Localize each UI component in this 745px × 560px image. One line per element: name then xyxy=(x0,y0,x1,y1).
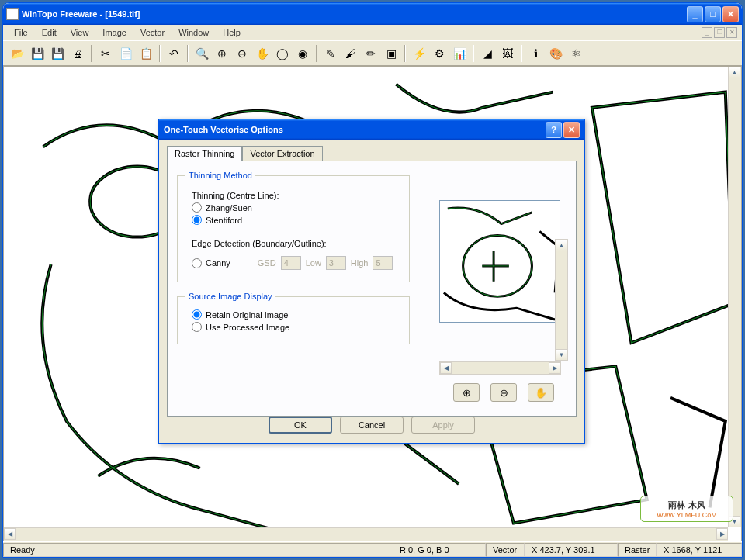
radio-retain-original[interactable]: Retain Original Image xyxy=(192,309,401,320)
source-image-group: Source Image Display Retain Original Ima… xyxy=(177,292,410,344)
status-raster-coords: X 1668, Y 1121 xyxy=(657,543,742,557)
dialog-close-button[interactable]: ✕ xyxy=(563,122,580,138)
dialog-titlebar[interactable]: One-Touch Vectorise Options ? ✕ xyxy=(159,119,584,140)
edit-icon[interactable]: ✏ xyxy=(362,44,380,63)
menu-help[interactable]: Help xyxy=(217,26,247,39)
process-icon[interactable]: ⚙ xyxy=(430,44,449,63)
pencil-icon[interactable]: ✎ xyxy=(321,44,340,63)
scroll-up-button[interactable]: ▲ xyxy=(729,67,740,78)
layer-icon[interactable]: ◢ xyxy=(478,44,497,63)
open-icon[interactable]: 📂 xyxy=(8,44,26,63)
close-button[interactable]: ✕ xyxy=(722,6,739,22)
paste-icon[interactable]: 📋 xyxy=(137,44,155,63)
zhang-label: Zhang/Suen xyxy=(206,203,252,213)
centre-line-label: Thinning (Centre Line): xyxy=(192,191,401,200)
preview-scroll-right[interactable]: ▶ xyxy=(549,362,560,374)
horizontal-scrollbar[interactable]: ◀ ▶ xyxy=(4,527,728,541)
menu-image[interactable]: Image xyxy=(96,26,133,39)
tab-bar: Raster Thinning Vector Extraction xyxy=(167,146,577,161)
target-icon[interactable]: ◉ xyxy=(293,44,312,63)
options-icon[interactable]: 📊 xyxy=(450,44,469,63)
info-icon[interactable]: ℹ xyxy=(526,44,545,63)
save-as-icon[interactable]: 💾 xyxy=(48,44,67,63)
scroll-right-button[interactable]: ▶ xyxy=(716,528,728,540)
mdi-close-button[interactable]: ✕ xyxy=(726,27,737,38)
save-icon[interactable]: 💾 xyxy=(28,44,47,63)
mdi-minimize-button[interactable]: _ xyxy=(702,27,712,38)
thinning-legend: Thinning Method xyxy=(185,171,255,180)
processed-label: Use Processed Image xyxy=(206,323,289,332)
titlebar[interactable]: WinTopo Freeware - [1549.tif] _ □ ✕ xyxy=(3,3,742,25)
vectorise-icon[interactable]: ⚡ xyxy=(410,44,428,63)
radio-stentiford[interactable]: Stentiford xyxy=(192,215,401,225)
help-button[interactable]: ? xyxy=(546,122,562,138)
tab-vector-extraction[interactable]: Vector Extraction xyxy=(242,146,322,161)
watermark-text: 雨林 木风 xyxy=(668,500,705,511)
preview-hscroll[interactable]: ◀ ▶ xyxy=(439,361,561,375)
cancel-button[interactable]: Cancel xyxy=(340,417,404,434)
menubar: File Edit View Image Vector Window Help … xyxy=(3,25,742,40)
menu-edit[interactable]: Edit xyxy=(36,26,63,39)
menu-window[interactable]: Window xyxy=(172,26,215,39)
separator xyxy=(473,45,474,62)
watermark: 雨林 木风 WwW.YLMFU.CoM xyxy=(640,496,733,522)
preview-scroll-up[interactable]: ▲ xyxy=(556,240,567,251)
radio-use-processed[interactable]: Use Processed Image xyxy=(192,322,401,332)
mdi-restore-button[interactable]: ❐ xyxy=(714,27,725,38)
watermark-url: WwW.YLMFU.CoM xyxy=(657,511,717,519)
zoom-in-icon[interactable]: ⊕ xyxy=(213,44,231,63)
separator xyxy=(91,45,92,62)
app-icon xyxy=(6,8,19,20)
preview-pan-button[interactable]: ✋ xyxy=(528,383,554,402)
separator xyxy=(521,45,522,62)
undo-icon[interactable]: ↶ xyxy=(165,44,183,63)
radio-stentiford-input[interactable] xyxy=(192,215,202,225)
zoom-icon[interactable]: 🔍 xyxy=(192,44,211,63)
radio-canny-input[interactable] xyxy=(192,258,202,268)
radio-zhang-input[interactable] xyxy=(192,202,202,213)
toolbar: 📂 💾 💾 🖨 ✂ 📄 📋 ↶ 🔍 ⊕ ⊖ ✋ ◯ ◉ ✎ 🖌 ✏ ▣ ⚡ ⚙ … xyxy=(3,40,742,66)
stentiford-label: Stentiford xyxy=(206,216,242,225)
palette-icon[interactable]: 🎨 xyxy=(546,44,565,63)
separator xyxy=(316,45,317,62)
separator xyxy=(404,45,406,62)
preview-zoom-out-button[interactable]: ⊖ xyxy=(490,383,517,402)
canny-label: Canny xyxy=(206,258,230,268)
thinning-method-group: Thinning Method Thinning (Centre Line): … xyxy=(177,171,410,282)
zoom-out-icon[interactable]: ⊖ xyxy=(233,44,251,63)
image-icon[interactable]: 🖼 xyxy=(498,44,517,63)
radio-retain-input[interactable] xyxy=(192,309,202,320)
select-icon[interactable]: ▣ xyxy=(382,44,400,63)
source-legend: Source Image Display xyxy=(185,292,275,301)
cut-icon[interactable]: ✂ xyxy=(96,44,115,63)
settings-icon[interactable]: ⚛ xyxy=(567,44,585,63)
preview-zoom-in-button[interactable]: ⊕ xyxy=(453,383,480,402)
apply-button[interactable]: Apply xyxy=(411,417,475,434)
maximize-button[interactable]: □ xyxy=(705,6,721,22)
radio-zhang-suen[interactable]: Zhang/Suen xyxy=(192,202,401,213)
vertical-scrollbar[interactable]: ▲ ▼ xyxy=(728,67,741,527)
separator xyxy=(187,45,189,62)
radio-processed-input[interactable] xyxy=(192,322,202,332)
pan-icon[interactable]: ✋ xyxy=(253,44,272,63)
status-vector-coords: X 423.7, Y 309.1 xyxy=(525,543,618,557)
copy-icon[interactable]: 📄 xyxy=(116,44,135,63)
preview-scroll-left[interactable]: ◀ xyxy=(440,362,452,374)
separator xyxy=(159,45,161,62)
print-icon[interactable]: 🖨 xyxy=(68,44,87,63)
tab-raster-thinning[interactable]: Raster Thinning xyxy=(167,146,242,161)
brush-icon[interactable]: 🖌 xyxy=(341,44,360,63)
preview-vscroll[interactable]: ▲ ▼ xyxy=(555,239,568,361)
menu-vector[interactable]: Vector xyxy=(134,26,171,39)
status-raster-label: Raster xyxy=(618,543,657,557)
menu-file[interactable]: File xyxy=(8,26,34,39)
preview-image[interactable] xyxy=(439,200,560,323)
minimize-button[interactable]: _ xyxy=(687,6,703,22)
vectorise-options-dialog: One-Touch Vectorise Options ? ✕ Raster T… xyxy=(158,119,585,444)
scroll-left-button[interactable]: ◀ xyxy=(4,528,16,540)
circle-icon[interactable]: ◯ xyxy=(273,44,292,63)
ok-button[interactable]: OK xyxy=(269,417,332,434)
radio-canny[interactable]: Canny GSD Low High xyxy=(192,256,401,270)
menu-view[interactable]: View xyxy=(64,26,95,39)
preview-scroll-down[interactable]: ▼ xyxy=(556,349,567,361)
